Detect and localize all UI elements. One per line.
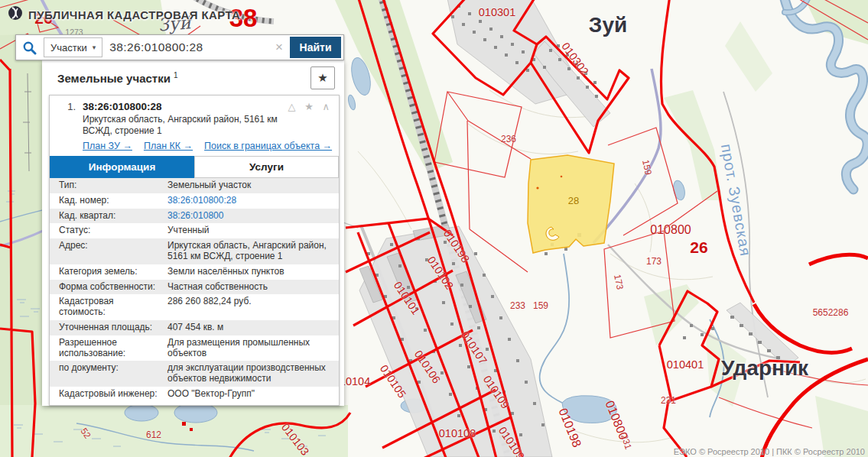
field-label: Кад. квартал: — [59, 211, 167, 222]
app-header: ПУБЛИЧНАЯ КАДАСТРОВАЯ КАРТА — [8, 5, 240, 24]
star-icon: ★ — [317, 71, 327, 85]
result-item-head: 1. 38:26:010800:28 Иркутская область, Ан… — [50, 96, 339, 137]
field-row: Разрешенное использование:Для размещения… — [50, 335, 339, 361]
field-value: 407 454 кв. м — [167, 322, 331, 333]
field-label: Разрешенное использование: — [59, 338, 167, 359]
search-category-dropdown[interactable]: Участки ▾ — [44, 37, 102, 57]
field-row: Адрес:Иркутская область, Ангарский район… — [50, 238, 339, 264]
field-label: Форма собственности: — [59, 282, 167, 293]
field-row: Кад. квартал:38:26:010800 — [50, 209, 339, 224]
tab-information[interactable]: Информация — [50, 156, 194, 178]
field-value: Иркутская область, Ангарский район, 5161… — [167, 241, 331, 262]
search-input[interactable] — [102, 41, 268, 54]
field-label: Кад. номер: — [59, 196, 167, 206]
results-panel: Земельные участки 1 ★ 1. 38:26:010800:28… — [42, 60, 344, 406]
results-header: Земельные участки 1 ★ — [42, 60, 344, 93]
item-fields: Тип:Земельный участокКад. номер:38:26:01… — [50, 178, 339, 402]
item-link-1[interactable]: План КК → — [144, 141, 193, 151]
tab-services[interactable]: Услуги — [194, 156, 339, 178]
field-row: Категория земель:Земли населённых пункто… — [50, 264, 339, 280]
field-label: Категория земель: — [59, 267, 167, 277]
item-index: 1. — [56, 101, 83, 137]
item-action-icons[interactable]: △ ★ ∧ — [288, 101, 333, 137]
field-row: Кадастровый инженер:ООО "Вектор-Групп" — [50, 387, 339, 402]
item-links: План ЗУ →План КК →Поиск в границах объек… — [83, 141, 339, 151]
item-subtitle: Иркутская область, Ангарский район, 5161… — [83, 114, 288, 137]
rosreestr-logo-icon — [8, 5, 23, 24]
field-value[interactable]: 38:26:010800:28 — [167, 196, 331, 206]
field-value: для эксплуатации производственных объект… — [167, 363, 331, 384]
item-body: 38:26:010800:28 Иркутская область, Ангар… — [83, 101, 288, 137]
field-value[interactable]: 38:26:010800 — [167, 211, 331, 222]
field-row: Тип:Земельный участок — [50, 178, 339, 193]
item-tabs: ИнформацияУслуги — [50, 156, 339, 178]
field-value: Для размещения промышленных объектов — [167, 338, 331, 359]
search-category-label: Участки — [50, 42, 87, 53]
field-label: Адрес: — [59, 241, 167, 262]
field-row: Кадастровая стоимость:286 260 882,24 руб… — [50, 294, 339, 320]
map-attribution: ЕЭКО © Росреестр 2010 | ПКК © Росреестр … — [674, 447, 865, 456]
search-icon[interactable] — [16, 41, 42, 55]
field-row: по документу:для эксплуатации производст… — [50, 361, 339, 387]
chevron-down-icon: ▾ — [93, 44, 96, 51]
field-value: Земли населённых пунктов — [167, 267, 331, 277]
item-link-0[interactable]: План ЗУ → — [83, 141, 132, 151]
field-row: Форма собственности:Частная собственност… — [50, 280, 339, 295]
field-value: Земельный участок — [167, 180, 331, 191]
field-label: по документу: — [59, 363, 167, 384]
field-label: Уточненная площадь: — [59, 322, 167, 333]
field-label: Кадастровая стоимость: — [59, 297, 167, 318]
field-value: ООО "Вектор-Групп" — [167, 389, 331, 400]
results-count: 1 — [174, 71, 178, 79]
result-card: 1. 38:26:010800:28 Иркутская область, Ан… — [49, 95, 340, 406]
search-bar: Участки ▾ × Найти — [15, 34, 344, 60]
field-label: Кадастровый инженер: — [59, 389, 167, 400]
field-row: Статус:Учтенный — [50, 223, 339, 238]
app-window: Зуй38127326010301Зуй010302прот. Зуевская… — [0, 0, 868, 457]
item-title[interactable]: 38:26:010800:28 — [83, 101, 288, 112]
item-link-2[interactable]: Поиск в границах объекта → — [204, 141, 332, 151]
field-value: Частная собственность — [167, 282, 331, 293]
field-row: Уточненная площадь:407 454 кв. м — [50, 320, 339, 335]
favorites-button[interactable]: ★ — [310, 66, 335, 89]
field-label: Статус: — [59, 225, 167, 236]
clear-search-icon[interactable]: × — [268, 40, 290, 55]
results-title: Земельные участки 1 — [57, 71, 178, 85]
highlighted-parcel — [528, 155, 614, 253]
find-button[interactable]: Найти — [290, 37, 341, 58]
field-value: Учтенный — [167, 225, 331, 236]
field-value: 286 260 882,24 руб. — [167, 297, 331, 318]
field-row: Кад. номер:38:26:010800:28 — [50, 193, 339, 209]
field-label: Тип: — [59, 180, 167, 191]
page-title: ПУБЛИЧНАЯ КАДАСТРОВАЯ КАРТА — [28, 8, 240, 21]
